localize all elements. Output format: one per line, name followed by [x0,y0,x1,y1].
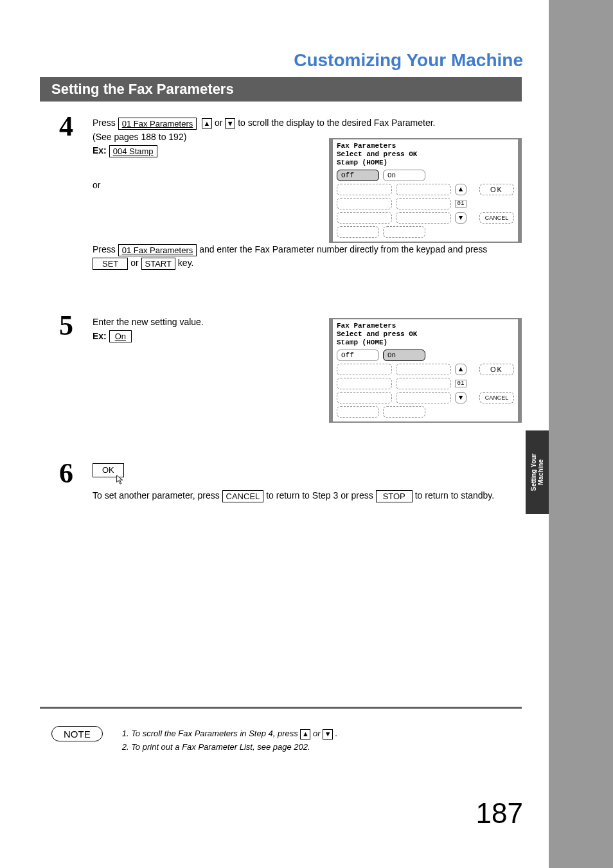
ok-label: OK [102,465,114,475]
text: to return to Step 3 or press [266,490,375,500]
lcd-header: Fax Parameters Select and press OK Stamp… [337,322,514,347]
lcd-cancel-button[interactable]: CANCEL [479,212,514,224]
lcd-blank [337,364,392,375]
lcd-blank [396,392,451,403]
section-heading: Setting the Fax Parameters [40,77,522,102]
page-title: Customizing Your Machine [294,50,523,71]
lcd-blank [337,198,392,209]
lcd-blank [396,364,451,375]
example-label: Ex: [93,331,107,341]
text: or [130,258,141,268]
lcd-index: 01 [455,380,466,387]
lcd-ok-button[interactable]: OK [479,184,514,195]
note-area: NOTE 1. To scroll the Fax Parameters in … [51,726,514,754]
lcd-off-button[interactable]: Off [337,350,379,361]
lcd-off-button[interactable]: Off [337,170,379,181]
down-arrow-icon[interactable]: ▼ [225,118,235,128]
lcd-blank [396,378,451,389]
lcd-on-button[interactable]: On [383,350,425,361]
down-arrow-icon: ▼ [323,729,333,740]
lcd-header: Fax Parameters Select and press OK Stamp… [337,142,514,167]
lcd-blank [337,378,392,389]
up-arrow-icon[interactable]: ▲ [202,118,212,128]
example-stamp-button[interactable]: 004 Stamp [109,145,157,157]
lcd-panel-2: Fax Parameters Select and press OK Stamp… [329,318,522,423]
text: Press [93,244,118,254]
text: and enter the Fax Parameter number direc… [199,244,487,254]
step-6: 6 OK To set another parameter, press CAN… [59,459,522,503]
text: or [215,118,225,128]
side-tab-label: Setting Your Machine [530,454,544,492]
lcd-blank [337,392,392,403]
lcd-blank [337,406,379,418]
side-tab: Setting Your Machine [526,430,549,514]
fax-parameters-button[interactable]: 01 Fax Parameters [118,244,197,256]
footer-divider [40,707,522,709]
lcd-down-icon[interactable]: ▼ [455,392,466,403]
ok-button[interactable]: OK [93,463,124,477]
fax-parameters-button[interactable]: 01 Fax Parameters [118,118,197,130]
lcd-up-icon[interactable]: ▲ [455,364,466,375]
text: Press [93,118,118,128]
content-area: 4 Press 01 Fax Parameters ▲ or ▼ to scro… [59,112,522,522]
lcd-on-button[interactable]: On [383,170,425,181]
note-text: 1. To scroll the Fax Parameters in Step … [122,726,338,754]
step-body: OK To set another parameter, press CANCE… [93,459,522,503]
margin-band [549,0,613,868]
lcd-index: 01 [455,200,466,208]
lcd-up-icon[interactable]: ▲ [455,184,466,195]
step-5: 5 Enter the new setting value. Ex: On Fa… [59,312,522,440]
step-number: 5 [59,312,93,440]
set-button[interactable]: SET [93,258,128,270]
text: to scroll the display to the desired Fax… [238,118,435,128]
text: Enter the new setting value. [93,317,204,327]
lcd-blank [383,406,425,418]
step-4: 4 Press 01 Fax Parameters ▲ or ▼ to scro… [59,112,522,292]
see-pages: (See pages 188 to 192) [93,132,186,142]
note-badge: NOTE [51,726,103,741]
or-text: or [93,180,100,190]
step-number: 4 [59,112,93,292]
text: To set another parameter, press [93,490,222,500]
press-cursor-icon [114,474,126,486]
lcd-blank [337,226,379,238]
up-arrow-icon: ▲ [300,729,310,740]
note-1c: . [335,729,338,738]
example-on-button[interactable]: On [109,330,132,342]
example-label: Ex: [93,145,107,155]
text: to return to standby. [415,490,494,500]
note-2: 2. To print out a Fax Parameter List, se… [122,742,310,752]
lcd-cancel-button[interactable]: CANCEL [479,392,514,403]
stop-button[interactable]: STOP [376,490,413,502]
lcd-blank [396,198,451,209]
page-number: 187 [476,797,523,829]
start-button[interactable]: START [141,258,175,270]
text: key. [178,258,194,268]
lcd-blank [383,226,425,238]
lcd-blank [337,184,392,195]
lcd-panel-1: Fax Parameters Select and press OK Stamp… [329,138,522,243]
note-1a: 1. To scroll the Fax Parameters in Step … [122,729,301,738]
lcd-blank [396,212,451,224]
lcd-blank [396,184,451,195]
lcd-ok-button[interactable]: OK [479,364,514,375]
lcd-blank [337,212,392,224]
step-number: 6 [59,459,93,503]
cancel-button[interactable]: CANCEL [222,490,264,502]
lcd-down-icon[interactable]: ▼ [455,212,466,224]
note-1b: or [313,729,323,738]
